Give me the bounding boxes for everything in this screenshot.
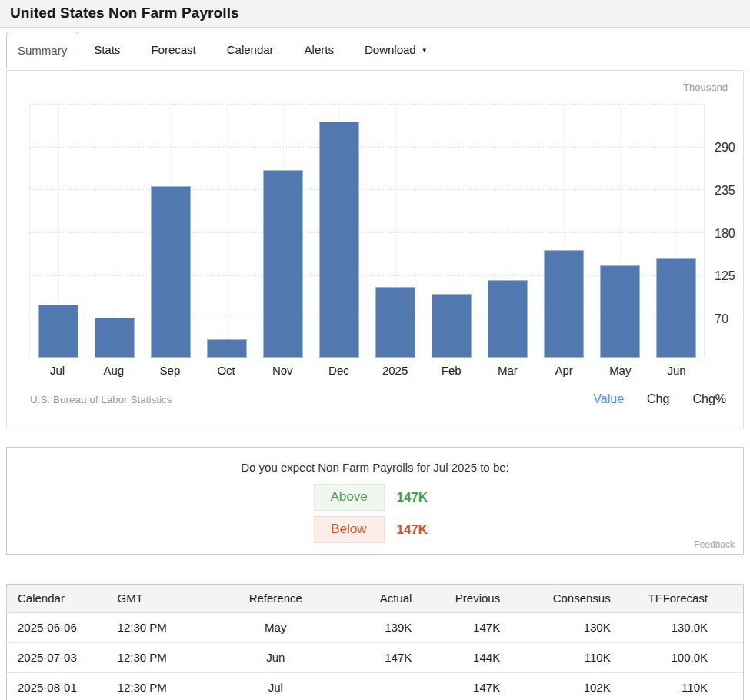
table-row[interactable]: 2025-08-0112:30 PMJul147K102K110K bbox=[7, 673, 743, 700]
cell-reference: Jun bbox=[221, 643, 332, 673]
h-gridline bbox=[30, 232, 704, 233]
cell-actual bbox=[331, 673, 412, 700]
column-header-consensus: Consensus bbox=[500, 585, 611, 613]
cell-consensus: 102K bbox=[500, 673, 611, 700]
x-tick-label: Jun bbox=[648, 364, 705, 377]
tab-label: Forecast bbox=[151, 43, 195, 56]
tab-label: Stats bbox=[94, 43, 120, 56]
y-tick-label: 70 bbox=[715, 312, 728, 326]
survey-question: Do you expect Non Farm Payrolls for Jul … bbox=[7, 461, 743, 474]
calendar-table-card: CalendarGMTReferenceActualPreviousConsen… bbox=[6, 584, 744, 700]
tab-label: Calendar bbox=[227, 43, 274, 56]
table-row[interactable]: 2025-07-0312:30 PMJun147K144K110K100.0K bbox=[7, 643, 743, 673]
bar-slot bbox=[86, 105, 142, 358]
bar-mar[interactable] bbox=[488, 280, 528, 358]
page-title: United States Non Farm Payrolls bbox=[10, 5, 740, 22]
above-button[interactable]: Above bbox=[314, 484, 385, 511]
x-tick-label: Oct bbox=[198, 364, 255, 377]
column-header-reference: Reference bbox=[221, 585, 332, 613]
tab-forecast[interactable]: Forecast bbox=[135, 32, 211, 68]
bar-slot bbox=[423, 105, 479, 358]
bar-jun[interactable] bbox=[656, 258, 696, 358]
calendar-table: CalendarGMTReferenceActualPreviousConsen… bbox=[7, 585, 743, 700]
bar-oct[interactable] bbox=[207, 339, 247, 358]
title-bar: United States Non Farm Payrolls bbox=[0, 0, 750, 28]
bar-slot bbox=[30, 105, 86, 358]
tab-label: Download bbox=[365, 43, 416, 56]
toggle-chgpct[interactable]: Chg% bbox=[692, 392, 726, 406]
v-gridline bbox=[227, 105, 228, 358]
bar-slot bbox=[311, 105, 367, 358]
x-tick-label: 2025 bbox=[367, 364, 423, 377]
source-attribution: U.S. Bureau of Labor Statistics bbox=[30, 394, 172, 405]
chevron-down-icon: ▼ bbox=[422, 47, 428, 54]
x-tick-label: Aug bbox=[85, 364, 142, 377]
h-gridline bbox=[30, 189, 704, 190]
cell-calendar: 2025-06-06 bbox=[7, 613, 118, 643]
toggle-value[interactable]: Value bbox=[593, 392, 624, 406]
x-axis-labels: JulAugSepOctNovDec2025FebMarAprMayJun bbox=[29, 364, 705, 377]
below-button[interactable]: Below bbox=[314, 516, 385, 543]
bar-apr[interactable] bbox=[544, 250, 584, 358]
cell-teforecast: 130.0K bbox=[611, 613, 743, 643]
bar-nov[interactable] bbox=[263, 170, 303, 358]
toggle-chg[interactable]: Chg bbox=[647, 392, 669, 406]
column-header-actual: Actual bbox=[331, 585, 412, 613]
tab-download[interactable]: Download▼ bbox=[349, 32, 443, 68]
cell-consensus: 110K bbox=[500, 643, 611, 673]
cell-calendar: 2025-08-01 bbox=[7, 673, 118, 700]
bar-may[interactable] bbox=[600, 265, 640, 358]
cell-calendar: 2025-07-03 bbox=[7, 643, 118, 673]
survey-card: Do you expect Non Farm Payrolls for Jul … bbox=[6, 447, 744, 555]
tab-calendar[interactable]: Calendar bbox=[212, 32, 289, 68]
survey-options: Above147KBelow147K bbox=[7, 484, 743, 543]
y-tick-label: 180 bbox=[715, 227, 735, 241]
threshold-value: 147K bbox=[397, 490, 437, 505]
tab-summary[interactable]: Summary bbox=[6, 32, 78, 68]
cell-previous: 144K bbox=[412, 643, 500, 673]
cell-gmt: 12:30 PM bbox=[118, 673, 221, 700]
x-tick-label: Nov bbox=[255, 364, 311, 377]
table-header-row: CalendarGMTReferenceActualPreviousConsen… bbox=[7, 585, 743, 613]
cell-teforecast: 100.0K bbox=[611, 643, 743, 673]
bars bbox=[30, 105, 704, 358]
y-tick-label: 290 bbox=[715, 141, 735, 155]
x-tick-label: Apr bbox=[536, 364, 592, 377]
cell-actual: 147K bbox=[331, 643, 412, 673]
cell-gmt: 12:30 PM bbox=[118, 613, 221, 643]
chart-card: Thousand 70125180235290 JulAugSepOctNovD… bbox=[6, 70, 744, 428]
bar-slot bbox=[592, 105, 648, 358]
feedback-link[interactable]: Feedback bbox=[694, 539, 735, 550]
bar-slot bbox=[648, 105, 704, 358]
x-tick-label: Sep bbox=[142, 364, 198, 377]
survey-option-row: Above147K bbox=[7, 484, 743, 511]
bar-aug[interactable] bbox=[95, 318, 135, 358]
bar-slot bbox=[142, 105, 198, 358]
cell-previous: 147K bbox=[412, 613, 500, 643]
bar-jul[interactable] bbox=[38, 305, 78, 358]
cell-reference: May bbox=[221, 613, 332, 643]
tab-stats[interactable]: Stats bbox=[78, 32, 135, 68]
bar-sep[interactable] bbox=[151, 186, 191, 358]
x-tick-label: Jul bbox=[29, 364, 85, 377]
survey-option-row: Below147K bbox=[7, 516, 743, 543]
bar-dec[interactable] bbox=[319, 122, 359, 358]
bar-slot bbox=[367, 105, 423, 358]
x-tick-label: Dec bbox=[311, 364, 367, 377]
bar-2025[interactable] bbox=[375, 287, 415, 358]
table-row[interactable]: 2025-06-0612:30 PMMay139K147K130K130.0K bbox=[7, 613, 743, 643]
bar-slot bbox=[535, 105, 592, 358]
cell-teforecast: 110K bbox=[611, 673, 743, 700]
cell-gmt: 12:30 PM bbox=[118, 643, 221, 673]
tab-label: Summary bbox=[18, 44, 67, 57]
table-body: 2025-06-0612:30 PMMay139K147K130K130.0K2… bbox=[7, 613, 743, 700]
x-tick-label: Feb bbox=[423, 364, 479, 377]
cell-actual: 139K bbox=[331, 613, 412, 643]
bar-feb[interactable] bbox=[432, 294, 472, 358]
plot-area bbox=[29, 105, 705, 358]
threshold-value: 147K bbox=[397, 522, 437, 538]
tab-alerts[interactable]: Alerts bbox=[289, 32, 349, 68]
column-header-teforecast: TEForecast bbox=[611, 585, 743, 613]
cell-consensus: 130K bbox=[500, 613, 611, 643]
column-header-previous: Previous bbox=[412, 585, 500, 613]
